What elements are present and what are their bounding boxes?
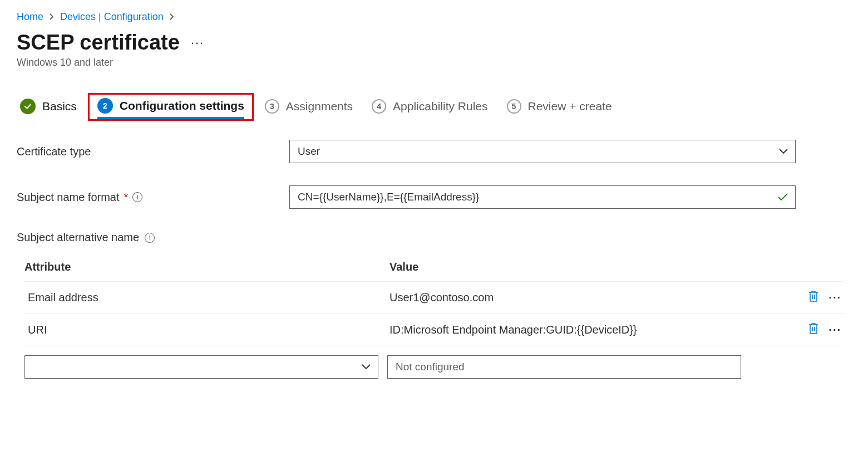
san-table-header: Attribute Value — [24, 255, 844, 282]
san-section-label: Subject alternative name i — [17, 231, 851, 244]
san-row-value: User1@contoso.com — [389, 291, 807, 304]
san-row-value: ID:Microsoft Endpoint Manager:GUID:{{Dev… — [389, 324, 807, 336]
step-number-icon: 4 — [372, 99, 386, 114]
chevron-down-icon — [778, 148, 788, 155]
breadcrumb-home[interactable]: Home — [17, 11, 43, 23]
chevron-right-icon — [49, 13, 55, 22]
wizard-step-review-create[interactable]: 5 Review + create — [507, 99, 612, 118]
page-title: SCEP certificate — [17, 31, 180, 55]
table-row: URI ID:Microsoft Endpoint Manager:GUID:{… — [24, 314, 844, 346]
step-number-icon: 3 — [265, 99, 279, 114]
san-add-row: Not configured — [24, 346, 844, 388]
step-number-icon: 5 — [507, 99, 521, 114]
table-row: Email address User1@contoso.com ··· — [24, 282, 844, 314]
san-value-input[interactable]: Not configured — [387, 355, 741, 379]
san-header-attribute: Attribute — [24, 261, 389, 273]
wizard-step-config-settings[interactable]: 2 Configuration settings — [97, 98, 244, 119]
wizard-step-applicability-rules[interactable]: 4 Applicability Rules — [372, 99, 487, 118]
delete-icon[interactable] — [807, 322, 820, 338]
wizard-step-label: Review + create — [528, 100, 612, 113]
wizard-step-label: Configuration settings — [120, 99, 244, 112]
san-row-attribute: URI — [24, 324, 389, 336]
san-table: Attribute Value Email address User1@cont… — [17, 255, 851, 388]
required-asterisk: * — [124, 191, 129, 204]
san-attribute-select[interactable] — [24, 355, 378, 379]
wizard-steps: Basics 2 Configuration settings 3 Assign… — [17, 96, 851, 121]
wizard-step-label: Applicability Rules — [393, 100, 487, 113]
row-more-actions[interactable]: ··· — [828, 291, 841, 304]
breadcrumb: Home Devices | Configuration — [17, 11, 851, 23]
wizard-step-label: Assignments — [286, 100, 353, 113]
chevron-right-icon — [169, 13, 175, 22]
san-row-attribute: Email address — [24, 291, 389, 304]
cert-type-label: Certificate type — [17, 145, 289, 158]
check-icon — [20, 99, 36, 114]
san-header-value: Value — [389, 261, 844, 273]
more-actions-button[interactable]: ··· — [191, 36, 204, 50]
subject-name-label: Subject name format * i — [17, 191, 289, 204]
info-icon[interactable]: i — [145, 233, 155, 243]
cert-type-select[interactable]: User — [289, 140, 796, 163]
subject-name-input[interactable]: CN={{UserName}},E={{EmailAddress}} — [289, 185, 796, 209]
cert-type-value: User — [298, 145, 320, 158]
chevron-down-icon — [361, 364, 371, 370]
breadcrumb-devices-config[interactable]: Devices | Configuration — [60, 11, 164, 23]
row-more-actions[interactable]: ··· — [828, 324, 841, 336]
wizard-step-basics[interactable]: Basics — [20, 99, 77, 119]
delete-icon[interactable] — [807, 290, 820, 306]
wizard-step-label: Basics — [42, 100, 77, 113]
san-value-placeholder: Not configured — [396, 361, 465, 373]
highlight-annotation: 2 Configuration settings — [88, 93, 254, 121]
subject-name-value: CN={{UserName}},E={{EmailAddress}} — [298, 191, 479, 203]
page-subtitle: Windows 10 and later — [17, 57, 851, 68]
step-number-icon: 2 — [97, 98, 113, 114]
info-icon[interactable]: i — [132, 192, 142, 202]
check-icon — [777, 193, 788, 202]
wizard-step-assignments[interactable]: 3 Assignments — [265, 99, 353, 118]
